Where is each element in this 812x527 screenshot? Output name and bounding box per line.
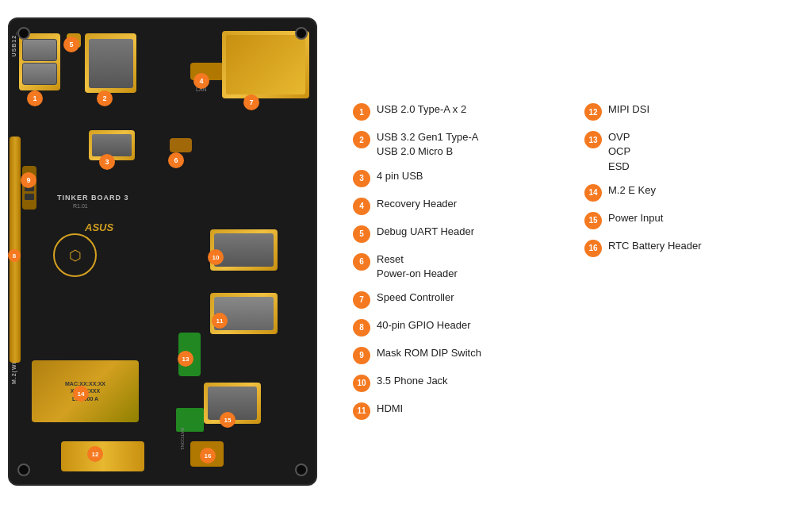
legend-text-6: Reset Power-on Header bbox=[377, 252, 458, 281]
legend-badge-12: 12 bbox=[584, 103, 602, 121]
legend-badge-16: 16 bbox=[584, 240, 602, 257]
legend-text-13a: OVP bbox=[608, 131, 630, 143]
legend-text-7: Speed Controller bbox=[377, 290, 454, 305]
legend-badge-5: 5 bbox=[353, 225, 370, 243]
board-area: USB12_ 48P GPIO M.2(WiFi) bbox=[0, 10, 341, 517]
legend-text-16: RTC Battery Header bbox=[608, 239, 702, 253]
legend-text-12: MIPI DSI bbox=[608, 102, 649, 117]
legend-badge-2: 2 bbox=[353, 131, 370, 148]
legend-badge-7: 7 bbox=[353, 291, 370, 309]
legend-col-2: 12 MIPI DSI 13 OVP OCP ESD 14 M.2 E Key … bbox=[584, 102, 800, 425]
board-badge-10: 10 bbox=[208, 249, 224, 265]
legend-item-13: 13 OVP OCP ESD bbox=[584, 130, 800, 174]
legend-item-7: 7 Speed Controller bbox=[353, 290, 569, 309]
legend-text-6a: Reset bbox=[377, 253, 404, 265]
board-badge-8: 8 bbox=[8, 249, 21, 262]
screw-hole-bl bbox=[17, 464, 30, 476]
screw-hole-br bbox=[295, 464, 308, 476]
comp-speed-controller bbox=[222, 31, 309, 98]
board-badge-15: 15 bbox=[220, 412, 236, 428]
legend-text-15: Power Input bbox=[608, 211, 663, 225]
legend-text-13c: ESD bbox=[608, 160, 630, 174]
legend-text-2a: USB 3.2 Gen1 Type-A bbox=[377, 131, 478, 143]
legend-text-13: OVP OCP ESD bbox=[608, 130, 630, 174]
comp-usb-type-a-x2 bbox=[19, 33, 60, 90]
legend-item-8: 8 40-pin GPIO Header bbox=[353, 318, 569, 337]
legend-item-3: 3 4 pin USB bbox=[353, 169, 569, 187]
board-badge-9: 9 bbox=[21, 172, 36, 188]
pcb-board: USB12_ 48P GPIO M.2(WiFi) bbox=[8, 17, 317, 486]
asus-logo-ring: ⬡ bbox=[53, 233, 97, 277]
comp-reset-header bbox=[170, 138, 192, 152]
legend-badge-3: 3 bbox=[353, 170, 370, 187]
legend-item-15: 15 Power Input bbox=[584, 211, 800, 229]
legend-text-2b: USB 2.0 Micro B bbox=[377, 144, 478, 159]
legend-badge-8: 8 bbox=[353, 319, 370, 337]
legend-item-14: 14 M.2 E Key bbox=[584, 183, 800, 202]
board-image: USB12_ 48P GPIO M.2(WiFi) bbox=[8, 17, 341, 510]
legend-badge-10: 10 bbox=[353, 375, 370, 392]
legend-badge-15: 15 bbox=[584, 212, 602, 229]
legend-item-10: 10 3.5 Phone Jack bbox=[353, 374, 569, 392]
legend-area: 1 USB 2.0 Type-A x 2 2 USB 3.2 Gen1 Type… bbox=[341, 94, 812, 433]
legend-text-11: HDMI bbox=[377, 402, 403, 416]
legend-badge-9: 9 bbox=[353, 347, 370, 364]
legend-item-2: 2 USB 3.2 Gen1 Type-A USB 2.0 Micro B bbox=[353, 130, 569, 159]
legend-badge-6: 6 bbox=[353, 253, 370, 271]
legend-col-1: 1 USB 2.0 Type-A x 2 2 USB 3.2 Gen1 Type… bbox=[353, 102, 569, 425]
legend-badge-1: 1 bbox=[353, 103, 370, 121]
legend-item-4: 4 Recovery Header bbox=[353, 197, 569, 215]
legend-text-4: Recovery Header bbox=[377, 197, 457, 211]
legend-item-6: 6 Reset Power-on Header bbox=[353, 252, 569, 281]
board-badge-11: 11 bbox=[212, 313, 228, 329]
board-badge-12: 12 bbox=[87, 446, 103, 462]
legend-badge-4: 4 bbox=[353, 198, 370, 215]
legend-item-9: 9 Mask ROM DIP Switch bbox=[353, 346, 569, 364]
legend-badge-11: 11 bbox=[353, 402, 370, 420]
legend-text-2: USB 3.2 Gen1 Type-A USB 2.0 Micro B bbox=[377, 130, 478, 159]
board-badge-4: 4 bbox=[193, 73, 209, 89]
board-badge-2: 2 bbox=[97, 90, 113, 106]
legend-text-10: 3.5 Phone Jack bbox=[377, 374, 448, 388]
label-usb12: USB12_ bbox=[11, 31, 17, 56]
main-container: USB12_ 48P GPIO M.2(WiFi) bbox=[0, 0, 812, 527]
board-badge-13: 13 bbox=[178, 351, 193, 367]
legend-badge-13: 13 bbox=[584, 131, 602, 148]
legend-item-1: 1 USB 2.0 Type-A x 2 bbox=[353, 102, 569, 121]
screw-hole-tr bbox=[295, 27, 308, 40]
legend-text-3: 4 pin USB bbox=[377, 169, 423, 183]
legend-text-1: USB 2.0 Type-A x 2 bbox=[377, 102, 466, 117]
legend-item-16: 16 RTC Battery Header bbox=[584, 239, 800, 257]
board-badge-1: 1 bbox=[27, 90, 43, 106]
asus-logo: ASUS bbox=[85, 221, 113, 233]
screw-hole-tl bbox=[17, 27, 30, 40]
legend-badge-14: 14 bbox=[584, 184, 602, 202]
legend-text-9: Mask ROM DIP Switch bbox=[377, 346, 481, 360]
batcon-label: BATCON1 bbox=[180, 428, 185, 450]
board-badge-3: 3 bbox=[99, 154, 115, 170]
legend-item-5: 5 Debug UART Header bbox=[353, 225, 569, 243]
legend-item-11: 11 HDMI bbox=[353, 402, 569, 420]
board-badge-5: 5 bbox=[63, 37, 79, 52]
legend-item-12: 12 MIPI DSI bbox=[584, 102, 800, 121]
legend-text-5: Debug UART Header bbox=[377, 225, 474, 239]
legend-text-8: 40-pin GPIO Header bbox=[377, 318, 471, 333]
legend-text-6b: Power-on Header bbox=[377, 267, 458, 281]
board-badge-7: 7 bbox=[243, 94, 259, 110]
board-badge-6: 6 bbox=[168, 152, 184, 168]
board-revision: R1.01 bbox=[73, 203, 88, 209]
board-badge-16: 16 bbox=[200, 448, 216, 464]
board-badge-14: 14 bbox=[73, 386, 89, 402]
board-name-text: TINKER BOARD 3 bbox=[57, 194, 129, 202]
legend-text-13b: OCP bbox=[608, 144, 630, 159]
legend-text-14: M.2 E Key bbox=[608, 183, 656, 198]
comp-usb-3-type-a bbox=[85, 33, 136, 93]
